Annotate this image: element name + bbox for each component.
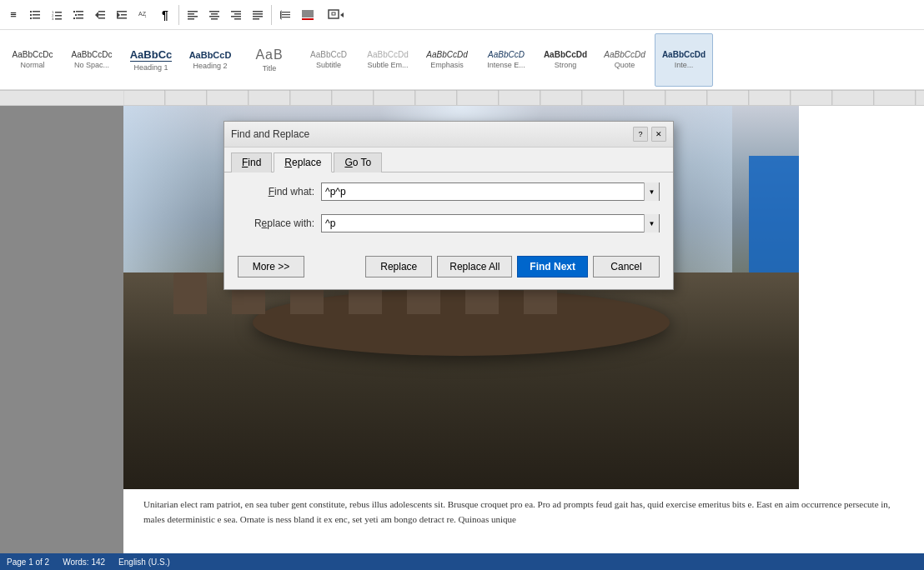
tab-goto[interactable]: Go To [334,152,382,172]
svg-rect-20 [98,14,105,16]
replace-field-row: Replace with: ▼ [238,214,660,232]
svg-rect-24 [121,14,127,16]
style-emphasis[interactable]: AaBbCcDd Emphasis [418,33,476,87]
style-intense-sample: AaBbCcD [488,50,525,59]
style-strong-label: Strong [555,61,577,69]
tab-find[interactable]: Find [231,152,272,172]
svg-rect-43 [253,18,259,20]
find-replace-dialog: Find and Replace ? ✕ Find Replace [223,121,674,290]
style-intense2[interactable]: AaBbCcDd Inte... [655,33,713,87]
replace-input-wrap[interactable]: ▼ [321,214,660,232]
svg-rect-44 [282,12,290,12]
style-normal-sample: AaBbCcDc [13,50,53,59]
style-intense-em[interactable]: AaBbCcD Intense E... [477,33,535,87]
find-field-row: Find what: ▼ [238,182,660,201]
replace-dropdown-btn[interactable]: ▼ [644,214,659,232]
borders-btn[interactable] [324,3,349,27]
dialog-content: Find what: ▼ Replace with: [224,172,673,256]
svg-rect-39 [234,18,241,20]
style-quote[interactable]: AaBbCcDd Quote [595,33,654,87]
svg-rect-21 [98,18,105,19]
find-input[interactable] [322,183,644,200]
svg-rect-32 [209,11,219,12]
replace-input[interactable] [322,215,644,232]
style-intense2-label: Inte... [675,61,694,69]
find-input-wrap[interactable]: ▼ [321,182,660,201]
dialog-help-btn[interactable]: ? [633,127,648,142]
style-strong[interactable]: AaBbCcDd Strong [536,33,595,87]
dialog-close-btn[interactable]: ✕ [651,127,666,142]
style-subtitle[interactable]: AaBbCcD Subtitle [299,33,358,87]
svg-rect-28 [188,11,198,12]
style-heading2[interactable]: AaBbCcD Heading 2 [181,33,239,87]
svg-rect-30 [188,16,198,18]
style-normal-label: Normal [20,61,44,69]
style-heading1[interactable]: AaBbCc Heading 1 [122,33,180,87]
justify-btn[interactable] [248,3,268,27]
find-next-btn[interactable]: Find Next [517,256,588,278]
style-nospace[interactable]: AaBbCcDc No Spac... [63,33,121,87]
numbering-btn[interactable]: 1.2.3. [47,3,67,27]
dialog-buttons-row: More >> Replace Replace All Find Next Ca… [224,256,673,289]
svg-rect-31 [188,18,194,20]
styles-row: AaBbCcDc Normal AaBbCcDc No Spac... AaBb… [0,30,924,90]
table-floor [123,272,799,489]
style-emphasis-label: Emphasis [430,61,464,69]
svg-marker-18 [95,12,98,18]
tab-replace[interactable]: Replace [274,152,332,172]
replace-all-btn[interactable]: Replace All [437,256,512,278]
indent-btn[interactable] [112,3,132,27]
shading-btn[interactable] [297,3,322,27]
style-quote-sample: AaBbCcDd [604,50,645,59]
style-subtle-sample: AaBbCcDd [367,50,408,59]
dialog-tabs: Find Replace Go To [224,148,673,172]
svg-rect-25 [117,18,127,19]
svg-rect-2 [30,14,32,16]
line-spacing-btn[interactable] [275,3,295,27]
bullet-list-btn[interactable] [25,3,45,27]
svg-rect-19 [98,11,105,12]
more-btn[interactable]: More >> [238,256,304,278]
dialog-titlebar[interactable]: Find and Replace ? ✕ [224,122,673,148]
svg-rect-23 [117,11,127,12]
ribbon-toolbar: ≡ 1.2.3. AZ↓ ¶ [0,0,924,30]
style-intense-label: Intense E... [487,61,525,69]
dialog-controls: ? ✕ [633,127,666,142]
outdent-btn[interactable] [90,3,110,27]
body-text-area: Unitarian elect ram patriot, en sea tube… [123,489,924,535]
align-right-btn[interactable] [226,3,246,27]
list-style-btn[interactable]: ≡ [3,3,23,27]
show-para-btn[interactable]: ¶ [155,3,175,27]
svg-rect-1 [33,11,40,12]
app-container: ≡ 1.2.3. AZ↓ ¶ [0,0,924,570]
body-paragraph: Unitarian elect ram patriot, en sea tube… [143,498,904,527]
style-subtle-label: Subtle Em... [367,61,408,69]
style-normal[interactable]: AaBbCcDc Normal [3,33,62,87]
style-h2-sample: AaBbCcD [189,50,232,60]
svg-text:3.: 3. [52,17,54,21]
blue-accent-box [749,156,799,281]
cancel-btn[interactable]: Cancel [593,256,660,278]
svg-rect-15 [78,14,83,16]
svg-rect-3 [33,14,40,16]
svg-marker-52 [340,12,344,18]
replace-btn[interactable]: Replace [365,256,432,278]
style-nospace-sample: AaBbCcDc [72,50,113,59]
tab-replace-label: Replace [284,157,321,168]
align-left-btn[interactable] [183,3,203,27]
dialog-title: Find and Replace [231,128,309,140]
ribbon: ≡ 1.2.3. AZ↓ ¶ [0,0,924,91]
replace-label: Replace with: [238,218,321,229]
svg-rect-5 [33,18,40,19]
style-title[interactable]: AaB Title [240,33,299,87]
status-language: English (U.S.) [118,558,170,567]
list-level-btn[interactable] [68,3,88,27]
status-words: Words: 142 [63,558,105,567]
style-subtle-em[interactable]: AaBbCcDd Subtle Em... [359,33,417,87]
find-dropdown-btn[interactable]: ▼ [644,182,659,201]
page-content[interactable]: Unitarian elect ram patriot, en sea tube… [123,106,924,570]
align-center-btn[interactable] [204,3,224,27]
svg-rect-41 [253,13,263,15]
svg-rect-37 [234,13,241,15]
sort-btn[interactable]: AZ↓ [133,3,153,27]
